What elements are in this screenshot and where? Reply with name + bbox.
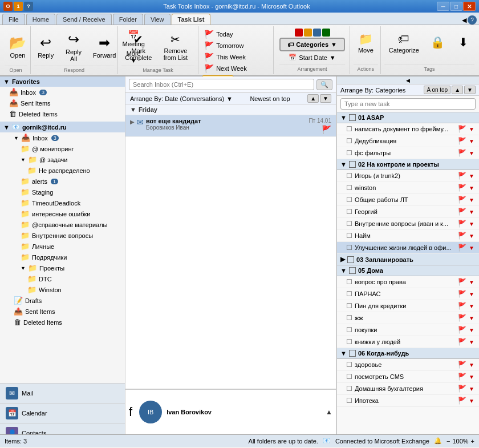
search-button[interactable]: 🔍 xyxy=(316,79,332,90)
task-flag-4-2: 🚩 xyxy=(458,385,466,393)
reply-button[interactable]: ↩ Reply xyxy=(34,30,57,64)
sidebar-item-drafts[interactable]: 📝 Drafts xyxy=(0,295,125,306)
zoom-in-button[interactable]: + xyxy=(471,438,474,445)
start-date-dropdown[interactable]: ▼ xyxy=(330,54,336,61)
task-item-4-2[interactable]: ☐ Домашняя бухгалтерия 🚩 ▼ xyxy=(337,383,479,395)
arrange-dropdown-icon[interactable]: ▼ xyxy=(226,95,233,102)
account-header[interactable]: ▼ 📧 gornik@itcd.ru xyxy=(0,122,125,132)
sidebar-item-zadachi[interactable]: ▼ 📁 @ задачи xyxy=(0,154,125,165)
lock-button[interactable]: 🔒 xyxy=(426,29,449,57)
task-category-05[interactable]: ▼ 05 Дома xyxy=(337,265,479,276)
email-nav-up[interactable]: ▲ xyxy=(307,94,319,103)
sidebar-item-lichnie[interactable]: 📁 Личные xyxy=(0,241,125,252)
sidebar-item-inbox[interactable]: ▼ 📥 Inbox 3 xyxy=(0,132,125,143)
sidebar-item-deleted[interactable]: 🗑 Deleted Items xyxy=(0,317,125,328)
task-item-1-1[interactable]: ☐ winston 🚩 ▼ xyxy=(337,182,479,194)
minimize-button[interactable]: ─ xyxy=(437,2,449,11)
search-input[interactable] xyxy=(129,79,314,90)
task-item-0-1[interactable]: ☐ Дедубликация 🚩 ▼ xyxy=(337,135,479,147)
task-item-0-0[interactable]: ☐ написать документ по фрейму... 🚩 ▼ xyxy=(337,123,479,135)
cat-blue xyxy=(313,29,321,37)
preview-expand-icon[interactable]: ▲ xyxy=(326,408,332,416)
task-item-3-5[interactable]: ☐ книжки у людей 🚩 ▼ xyxy=(337,336,479,348)
task-nav-up[interactable]: ▲ xyxy=(452,86,463,94)
task-item-4-1[interactable]: ☐ посмотреть CMS 🚩 ▼ xyxy=(337,371,479,383)
categories-button[interactable]: 🏷 Categories ▼ xyxy=(279,38,345,51)
tab-folder[interactable]: Folder xyxy=(113,14,143,25)
move-button[interactable]: 📁 Move xyxy=(354,29,378,57)
sidebar-item-timeoutdeadlock[interactable]: 📁 TimeoutDeadlock xyxy=(0,197,125,208)
task-item-4-0[interactable]: ☐ здоровье 🚩 ▼ xyxy=(337,359,479,371)
close-button[interactable]: ✕ xyxy=(463,2,476,11)
task-text-4-2: Домашняя бухгалтерия xyxy=(355,385,456,392)
tab-send-receive[interactable]: Send / Receive xyxy=(56,14,112,25)
sidebar-item-proekty[interactable]: ▼ 📁 Проекты xyxy=(0,263,125,273)
tab-file[interactable]: File xyxy=(2,14,25,25)
maximize-button[interactable]: □ xyxy=(450,2,462,11)
task-category-02[interactable]: ▼ 02 На контроле и проекты xyxy=(337,159,479,170)
next-week-button[interactable]: 🚩 Next Week xyxy=(202,63,271,74)
task-item-1-2[interactable]: ☐ Общие работы ЛТ 🚩 ▼ xyxy=(337,194,479,206)
help-back-icon[interactable]: ◀ xyxy=(462,17,466,24)
task-category-06[interactable]: ▼ 06 Когда-нибудь xyxy=(337,348,479,359)
sidebar-item-deleted-favorites[interactable]: 🗑 Deleted Items xyxy=(0,108,125,119)
task-item-1-6[interactable]: ☐ Улучшение жизни людей в офи... 🚩 ▼ xyxy=(337,242,479,254)
zoom-out-button[interactable]: − xyxy=(446,438,450,445)
email-item-0[interactable]: ▶ ✉ вот еще кандидат Боровиков Иван Пт 1… xyxy=(125,115,336,137)
cat05-check-icon xyxy=(349,267,356,274)
sidebar-item-interesnie[interactable]: 📁 интересные ошибки xyxy=(0,208,125,219)
tab-home[interactable]: Home xyxy=(26,14,55,25)
email-nav-down[interactable]: ▼ xyxy=(320,94,331,103)
task-item-1-0[interactable]: ☐ Игорь (и trunk2) 🚩 ▼ xyxy=(337,170,479,182)
nav-mail[interactable]: ✉ Mail xyxy=(0,384,125,403)
sidebar-item-dtc[interactable]: 📁 DTC xyxy=(0,273,125,284)
help-icon[interactable]: ? xyxy=(468,15,477,25)
task-item-3-4[interactable]: ☐ покупки 🚩 ▼ xyxy=(337,324,479,336)
sidebar-item-monitoring[interactable]: 📁 @ мониторинг xyxy=(0,143,125,154)
down-button[interactable]: ⬇ xyxy=(452,29,474,57)
task-item-1-4[interactable]: ☐ Внутренние вопросы (иван и к... 🚩 ▼ xyxy=(337,218,479,230)
sidebar-item-inbox-favorites[interactable]: 📥 Inbox 3 xyxy=(0,87,125,98)
tab-view[interactable]: View xyxy=(144,14,171,25)
reply-all-button[interactable]: ↪ Reply All xyxy=(58,30,88,64)
task-item-3-1[interactable]: ☐ ПАРНАС 🚩 ▼ xyxy=(337,288,479,300)
status-right: All folders are up to date. 📧 Connected … xyxy=(249,437,474,445)
task-nav-down[interactable]: ▼ xyxy=(464,86,476,94)
task-flag-3-5: 🚩 xyxy=(458,338,466,346)
task-category-03[interactable]: ▶ 03 Запланировать xyxy=(337,254,479,265)
sidebar-item-sent-favorites[interactable]: 📤 Sent Items xyxy=(0,98,125,108)
task-item-3-2[interactable]: ☐ Пин для кредитки 🚩 ▼ xyxy=(337,300,479,312)
task-arrow-0-2: ▼ xyxy=(469,150,474,156)
task-check-1-3: ☐ xyxy=(346,208,352,216)
sidebar-item-alerts[interactable]: 📁 alerts 1 xyxy=(0,176,125,187)
task-item-3-3[interactable]: ☐ жж 🚩 ▼ xyxy=(337,312,479,324)
task-item-3-0[interactable]: ☐ вопрос про права 🚩 ▼ xyxy=(337,276,479,288)
sidebar-item-vnutrennie[interactable]: 📁 Внутренние вопросы xyxy=(0,230,125,241)
task-item-1-5[interactable]: ☐ Найм 🚩 ▼ xyxy=(337,230,479,242)
sidebar-item-ne-rasp[interactable]: 📁 Не распределено xyxy=(0,165,125,176)
task-item-4-3[interactable]: ☐ Ипотека 🚩 ▼ xyxy=(337,395,479,407)
remove-from-list-button[interactable]: ✂ Remove from List xyxy=(157,30,195,64)
task-arrow-1-3: ▼ xyxy=(469,209,474,215)
mark-complete-button[interactable]: ✔ Mark Complete xyxy=(121,30,156,64)
nav-contacts[interactable]: 👤 Contacts xyxy=(0,423,125,434)
task-category-01[interactable]: ▼ 01 ASAP xyxy=(337,112,479,123)
tomorrow-button[interactable]: 🚩 Tomorrow xyxy=(202,40,271,51)
sidebar-item-sent[interactable]: 📤 Sent Items xyxy=(0,306,125,317)
open-button[interactable]: 📂 Open xyxy=(5,30,31,64)
this-week-button[interactable]: 🚩 This Week xyxy=(202,51,271,63)
sidebar-item-staging[interactable]: 📁 Staging xyxy=(0,187,125,197)
nav-calendar[interactable]: 📅 Calendar xyxy=(0,403,125,423)
tab-task-list[interactable]: Task List xyxy=(172,14,211,25)
sidebar-item-spravochnie[interactable]: 📁 @справочные материалы xyxy=(0,219,125,230)
sidebar-item-podryadchiki[interactable]: 📁 Подрядчики xyxy=(0,252,125,263)
today-button[interactable]: 🚩 Today xyxy=(202,29,271,40)
new-task-input[interactable] xyxy=(340,98,476,110)
task-item-1-3[interactable]: ☐ Георгий 🚩 ▼ xyxy=(337,206,479,218)
forward-button[interactable]: ➡ Forward xyxy=(90,30,119,64)
sidebar-item-winston[interactable]: 📁 Winston xyxy=(0,284,125,295)
categorize-button[interactable]: 🏷 Categorize xyxy=(384,29,424,57)
task-item-0-2[interactable]: ☐ фс фильтры 🚩 ▼ xyxy=(337,147,479,159)
task-panel-expand[interactable]: ◀ xyxy=(337,76,479,84)
favorites-header[interactable]: ▼ Favorites xyxy=(0,76,125,87)
